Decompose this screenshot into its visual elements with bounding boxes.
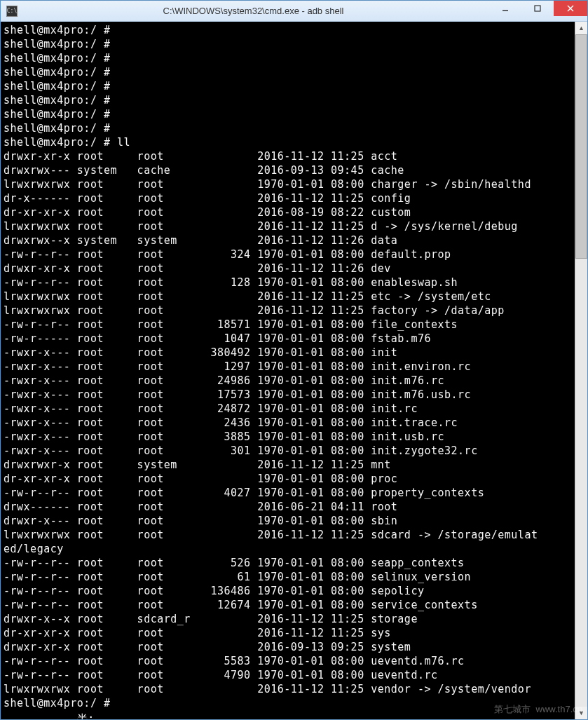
terminal-line: -rw-r--r-- root root 4027 1970-01-01 08:… — [4, 486, 572, 500]
terminal-line: lrwxrwxrwx root root 1970-01-01 08:00 ch… — [4, 177, 572, 191]
terminal-line: -rw-r--r-- root root 18571 1970-01-01 08… — [4, 318, 572, 332]
scrollbar-thumb[interactable] — [575, 34, 587, 259]
terminal-line: shell@mx4pro:/ # — [4, 65, 572, 79]
terminal-line: lrwxrwxrwx root root 2016-11-12 11:25 sd… — [4, 528, 572, 542]
terminal-line: shell@mx4pro:/ # — [4, 107, 572, 121]
terminal-line: -rw-r--r-- root root 526 1970-01-01 08:0… — [4, 556, 572, 570]
terminal-line: drwxr-xr-x root root 2016-11-12 11:25 ac… — [4, 149, 572, 163]
terminal-line: ed/legacy — [4, 542, 572, 556]
close-button[interactable] — [554, 1, 587, 16]
terminal-line: shell@mx4pro:/ # — [4, 51, 572, 65]
terminal-line: dr-xr-xr-x root root 1970-01-01 08:00 pr… — [4, 472, 572, 486]
terminal-line: -rwxr-x--- root root 17573 1970-01-01 08… — [4, 388, 572, 402]
terminal-line: shell@mx4pro:/ # — [4, 23, 572, 37]
terminal-line: dr-xr-xr-x root root 2016-08-19 08:22 cu… — [4, 205, 572, 219]
terminal-line: shell@mx4pro:/ # — [4, 93, 572, 107]
maximize-icon — [533, 4, 542, 13]
minimize-button[interactable] — [489, 1, 521, 16]
terminal-line: drwxrwx--x system system 2016-11-12 11:2… — [4, 233, 572, 247]
terminal-line: drwx------ root root 2016-06-21 04:11 ro… — [4, 500, 572, 514]
cmd-window: C:\ C:\WINDOWS\system32\cmd.exe - adb sh… — [0, 0, 588, 720]
terminal-line: lrwxrwxrwx root root 2016-11-12 11:25 d … — [4, 219, 572, 233]
terminal-line: -rwxr-x--- root root 24872 1970-01-01 08… — [4, 402, 572, 416]
terminal-line: dr-xr-xr-x root root 2016-11-12 11:25 sy… — [4, 626, 572, 640]
terminal-line: drwxrwxr-x root system 2016-11-12 11:25 … — [4, 458, 572, 472]
close-icon — [566, 4, 575, 13]
terminal-line: drwxr-x--x root sdcard_r 2016-11-12 11:2… — [4, 612, 572, 626]
terminal-line: shell@mx4pro:/ # — [4, 37, 572, 51]
vertical-scrollbar[interactable]: ▲ ▼ — [575, 22, 587, 719]
window-controls — [489, 1, 587, 21]
terminal-output[interactable]: shell@mx4pro:/ #shell@mx4pro:/ #shell@mx… — [1, 22, 575, 719]
scroll-down-button[interactable]: ▼ — [575, 707, 587, 719]
terminal-line: lrwxrwxrwx root root 2016-11-12 11:25 ve… — [4, 682, 572, 696]
terminal-line: shell@mx4pro:/ # — [4, 79, 572, 93]
terminal-line: shell@mx4pro:/ # — [4, 121, 572, 135]
terminal-line: -rw-r--r-- root root 128 1970-01-01 08:0… — [4, 276, 572, 290]
scroll-up-button[interactable]: ▲ — [575, 22, 587, 34]
app-icon: C:\ — [6, 6, 18, 17]
terminal-line: -rwxr-x--- root root 3885 1970-01-01 08:… — [4, 430, 572, 444]
terminal-line: dr-x------ root root 2016-11-12 11:25 co… — [4, 191, 572, 205]
terminal-line: lrwxrwxrwx root root 2016-11-12 11:25 et… — [4, 290, 572, 304]
terminal-line: -rwxr-x--- root root 2436 1970-01-01 08:… — [4, 416, 572, 430]
terminal-line: -rw-r--r-- root root 61 1970-01-01 08:00… — [4, 570, 572, 584]
terminal-line: drwxr-xr-x root root 2016-09-13 09:25 sy… — [4, 640, 572, 654]
terminal-line: -rw-r--r-- root root 5583 1970-01-01 08:… — [4, 654, 572, 668]
terminal-line: -rw-r--r-- root root 324 1970-01-01 08:0… — [4, 247, 572, 261]
terminal-line: drwxr-x--- root root 1970-01-01 08:00 sb… — [4, 514, 572, 528]
maximize-button[interactable] — [521, 1, 554, 16]
terminal-line: -rwxr-x--- root root 380492 1970-01-01 0… — [4, 346, 572, 360]
scrollbar-track[interactable] — [575, 34, 587, 707]
terminal-line: -rw-r--r-- root root 136486 1970-01-01 0… — [4, 584, 572, 598]
terminal-line: -rw-r--r-- root root 12674 1970-01-01 08… — [4, 598, 572, 612]
terminal-line: -rwxr-x--- root root 1297 1970-01-01 08:… — [4, 360, 572, 374]
window-title: C:\WINDOWS\system32\cmd.exe - adb shell — [18, 6, 489, 16]
terminal-line: -rwxr-x--- root root 301 1970-01-01 08:0… — [4, 444, 572, 458]
terminal-line: lrwxrwxrwx root root 2016-11-12 11:25 fa… — [4, 304, 572, 318]
ime-input-line[interactable]: 半: — [4, 712, 572, 719]
terminal-line: -rwxr-x--- root root 24986 1970-01-01 08… — [4, 374, 572, 388]
titlebar[interactable]: C:\ C:\WINDOWS\system32\cmd.exe - adb sh… — [1, 1, 587, 22]
minimize-icon — [501, 4, 510, 13]
terminal-line: drwxrwx--- system cache 2016-09-13 09:45… — [4, 163, 572, 177]
terminal-area: shell@mx4pro:/ #shell@mx4pro:/ #shell@mx… — [1, 22, 587, 719]
svg-rect-1 — [535, 6, 540, 11]
terminal-line: shell@mx4pro:/ # — [4, 696, 572, 710]
terminal-line: -rw-r----- root root 1047 1970-01-01 08:… — [4, 332, 572, 346]
terminal-line: shell@mx4pro:/ # ll — [4, 135, 572, 149]
terminal-line: -rw-r--r-- root root 4790 1970-01-01 08:… — [4, 668, 572, 682]
terminal-line: drwxr-xr-x root root 2016-11-12 11:26 de… — [4, 261, 572, 276]
